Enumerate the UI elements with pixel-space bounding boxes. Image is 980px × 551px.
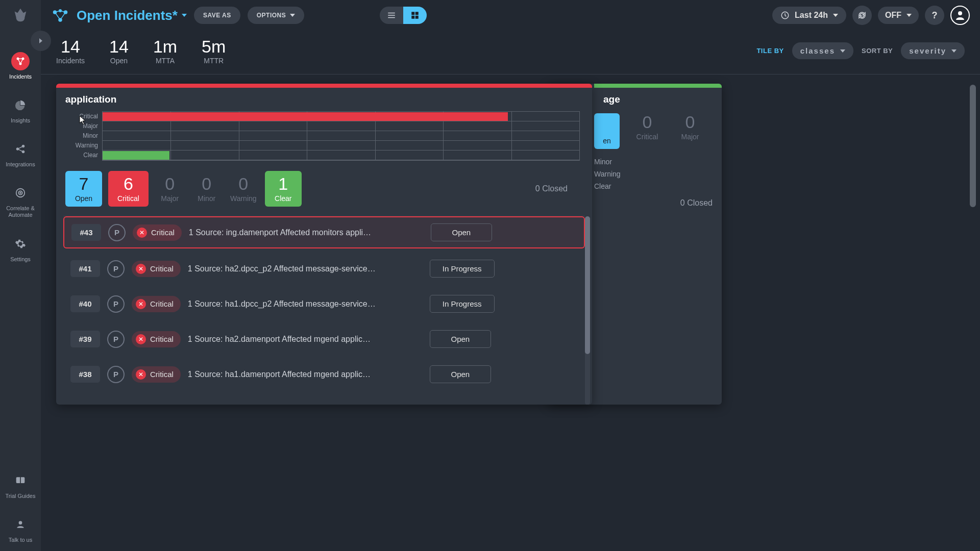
scrollbar-thumb[interactable] xyxy=(970,85,976,207)
auto-refresh-toggle[interactable]: OFF xyxy=(878,7,919,24)
save-as-button[interactable]: SAVE AS xyxy=(194,7,240,24)
severity-timeline-chart: CriticalMajorMinorWarningClear xyxy=(56,109,592,166)
incident-severity-badge: ✕Critical xyxy=(132,296,181,312)
severity-label: Open xyxy=(75,194,93,203)
stat-label: MTTR xyxy=(202,57,226,65)
sidebar-item-talk-to-us[interactable]: Talk to us xyxy=(0,507,41,551)
brand-logo-icon xyxy=(12,7,29,24)
sidebar-item-insights[interactable]: Insights xyxy=(0,88,41,132)
incident-owner-badge[interactable]: P xyxy=(107,260,125,278)
close-icon: ✕ xyxy=(136,299,146,309)
severity-label: Critical xyxy=(632,133,663,141)
incident-row[interactable]: #38P✕Critical1 Source: ha1.damenport Aff… xyxy=(63,359,585,389)
severity-text: Critical xyxy=(150,264,174,273)
incident-row[interactable]: #41P✕Critical1 Source: ha2.dpcc_p2 Affec… xyxy=(63,254,585,284)
incident-severity-badge: ✕Critical xyxy=(132,261,181,277)
stat-open: 14 Open xyxy=(109,37,129,65)
book-icon xyxy=(11,471,30,490)
timeline-grid xyxy=(102,111,580,161)
svg-point-22 xyxy=(958,11,962,15)
tile-title: application xyxy=(65,94,116,105)
stat-label: MTTA xyxy=(153,57,177,65)
incident-owner-badge[interactable]: P xyxy=(107,295,125,313)
incident-description: 1 Source: ing.damenport Affected monitor… xyxy=(189,228,424,237)
stat-label: Incidents xyxy=(56,57,85,65)
severity-value: 1 xyxy=(274,175,292,192)
severity-label: Critical xyxy=(117,194,139,203)
sidebar-item-trial-guides[interactable]: Trial Guides xyxy=(0,463,41,507)
severity-label: Major xyxy=(675,133,705,141)
content-scrollbar[interactable] xyxy=(970,85,976,207)
severity-list-item: Minor xyxy=(594,156,722,168)
correlate-icon xyxy=(11,184,30,202)
incident-id[interactable]: #41 xyxy=(70,260,100,277)
severity-warning[interactable]: 0 Warning xyxy=(228,175,259,203)
severity-clear-tile[interactable]: 1 Clear xyxy=(265,171,302,207)
severity-major[interactable]: 0 Major xyxy=(675,113,705,149)
incident-status-button[interactable]: In Progress xyxy=(430,260,495,278)
sidebar-item-correlate[interactable]: Correlate &Automate xyxy=(0,176,41,227)
stat-value: 5m xyxy=(202,37,226,57)
sidebar-item-integrations[interactable]: Integrations xyxy=(0,132,41,176)
svg-rect-17 xyxy=(412,12,415,15)
severity-value: 7 xyxy=(75,175,93,192)
incident-status-button[interactable]: Open xyxy=(430,330,491,348)
chevron-down-icon xyxy=(840,49,845,53)
incident-id[interactable]: #38 xyxy=(70,366,100,383)
incidents-scrollbar[interactable] xyxy=(585,216,590,405)
page-title-dropdown[interactable]: Open Incidents* xyxy=(77,8,187,23)
severity-label: Warning xyxy=(228,194,259,203)
incident-id[interactable]: #39 xyxy=(70,331,100,347)
view-toggle xyxy=(380,7,427,24)
sort-by-value: severity xyxy=(909,46,946,55)
tile-by-selector[interactable]: classes xyxy=(792,42,853,59)
time-range-selector[interactable]: Last 24h xyxy=(772,7,846,24)
tile-view-button[interactable] xyxy=(403,7,427,24)
incident-status-button[interactable]: Open xyxy=(431,223,492,241)
close-icon: ✕ xyxy=(137,228,147,238)
user-avatar[interactable] xyxy=(950,6,970,25)
incident-row[interactable]: #43P✕Critical1 Source: ing.damenport Aff… xyxy=(63,216,585,248)
svg-point-8 xyxy=(20,192,21,193)
incident-row[interactable]: #40P✕Critical1 Source: ha1.dpcc_p2 Affec… xyxy=(63,289,585,319)
timeline-bar xyxy=(103,112,508,121)
timeline-row xyxy=(103,141,579,151)
sidebar-item-incidents[interactable]: Incidents xyxy=(0,44,41,88)
severity-major[interactable]: 0 Major xyxy=(155,175,185,203)
gear-icon xyxy=(11,235,30,253)
incident-status-button[interactable]: Open xyxy=(430,365,491,383)
scrollbar-thumb[interactable] xyxy=(585,216,590,354)
incident-owner-badge[interactable]: P xyxy=(108,224,126,241)
incident-severity-badge: ✕Critical xyxy=(132,331,181,347)
severity-critical-tile[interactable]: 6 Critical xyxy=(108,171,149,207)
svg-point-5 xyxy=(22,151,25,154)
refresh-button[interactable] xyxy=(852,6,872,25)
incident-status-button[interactable]: In Progress xyxy=(430,295,495,313)
stat-mtta: 1m MTTA xyxy=(153,37,177,65)
severity-minor[interactable]: 0 Minor xyxy=(191,175,222,203)
incident-id[interactable]: #40 xyxy=(70,295,100,312)
incident-owner-badge[interactable]: P xyxy=(107,366,125,383)
timeline-bar xyxy=(103,151,169,160)
topbar: Open Incidents* SAVE AS OPTIONS xyxy=(41,0,980,31)
help-button[interactable]: ? xyxy=(925,6,944,25)
tile-by-label: TILE BY xyxy=(756,47,783,55)
sidebar-expand-button[interactable] xyxy=(31,31,51,51)
severity-critical[interactable]: 0 Critical xyxy=(632,113,663,149)
sidebar-item-label: Trial Guides xyxy=(6,493,36,499)
options-button[interactable]: OPTIONS xyxy=(248,7,305,24)
auto-refresh-label: OFF xyxy=(885,11,901,20)
severity-open-tile-partial[interactable]: 0 en xyxy=(594,113,620,149)
incident-row[interactable]: #39P✕Critical1 Source: ha2.damenport Aff… xyxy=(63,324,585,354)
chevron-right-icon xyxy=(39,38,42,43)
close-icon: ✕ xyxy=(136,264,146,274)
severity-value: 0 xyxy=(675,113,705,131)
sort-by-selector[interactable]: severity xyxy=(901,42,965,59)
timeline-axis-labels: CriticalMajorMinorWarningClear xyxy=(68,111,102,161)
sidebar-item-settings[interactable]: Settings xyxy=(0,227,41,270)
severity-open-tile[interactable]: 7 Open xyxy=(65,171,102,207)
incident-id[interactable]: #43 xyxy=(71,224,101,241)
incident-owner-badge[interactable]: P xyxy=(107,331,125,348)
list-view-button[interactable] xyxy=(380,7,403,24)
time-range-label: Last 24h xyxy=(795,11,828,20)
